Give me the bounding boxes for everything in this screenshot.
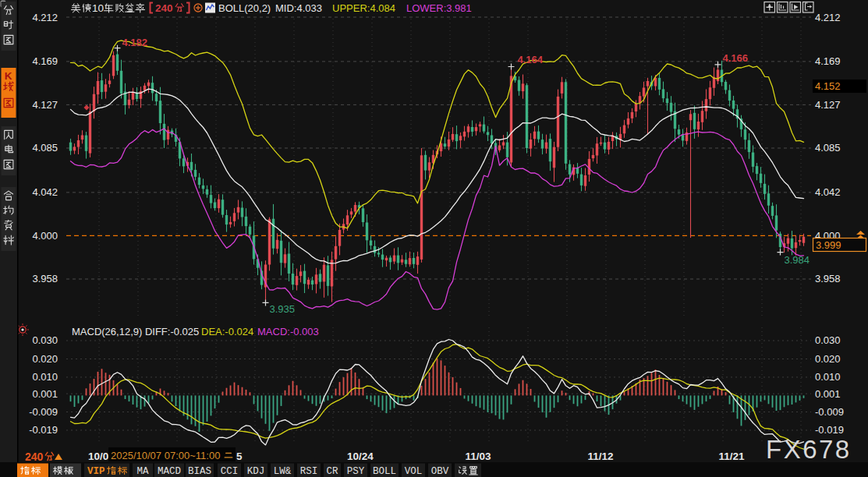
svg-text:4.182: 4.182 — [122, 37, 148, 48]
svg-text:4.169: 4.169 — [815, 55, 841, 67]
svg-text:4.212: 4.212 — [815, 12, 841, 23]
svg-text:0.030: 0.030 — [32, 334, 58, 346]
svg-text:BOLL: BOLL — [373, 466, 396, 477]
svg-text:K: K — [5, 70, 12, 82]
svg-text:4.127: 4.127 — [815, 99, 841, 111]
svg-text:10: 10 — [92, 2, 104, 14]
svg-text:UPPER:4.084: UPPER:4.084 — [332, 2, 395, 14]
svg-text:KDJ: KDJ — [247, 466, 265, 477]
svg-text:0.010: 0.010 — [32, 371, 58, 383]
svg-text:3.958: 3.958 — [32, 273, 58, 284]
svg-text:0.001: 0.001 — [32, 388, 58, 400]
svg-text:PSY: PSY — [347, 466, 365, 477]
svg-text:4.127: 4.127 — [32, 99, 58, 111]
svg-text:LOWER:3.981: LOWER:3.981 — [406, 2, 472, 14]
svg-text:11/03: 11/03 — [465, 450, 491, 462]
svg-text:0.030: 0.030 — [815, 334, 841, 346]
svg-text:11/12: 11/12 — [587, 450, 613, 462]
svg-text:0.001: 0.001 — [815, 388, 841, 400]
svg-text:BIAS: BIAS — [188, 466, 211, 477]
svg-text:-0.009: -0.009 — [29, 406, 58, 418]
svg-text:4.166: 4.166 — [723, 52, 749, 64]
svg-text:3.984: 3.984 — [785, 254, 810, 266]
svg-text:BOLL(20,2): BOLL(20,2) — [218, 2, 271, 14]
svg-text:MID:4.033: MID:4.033 — [275, 2, 322, 14]
svg-text:VIP: VIP — [87, 466, 105, 477]
svg-text:0.020: 0.020 — [815, 353, 841, 365]
svg-text:10/24: 10/24 — [347, 450, 374, 462]
svg-text:240: 240 — [155, 2, 173, 14]
svg-text:5: 5 — [236, 450, 243, 462]
svg-text:3.999: 3.999 — [816, 239, 841, 251]
svg-text:CR: CR — [326, 466, 338, 477]
svg-text:4.085: 4.085 — [32, 142, 58, 154]
svg-text:VOL: VOL — [405, 466, 423, 477]
svg-text:CCI: CCI — [221, 466, 239, 477]
svg-text:4.042: 4.042 — [815, 186, 841, 198]
svg-text:MACD(26,12,9) DIFF:-0.025: MACD(26,12,9) DIFF:-0.025 — [72, 326, 199, 337]
svg-text:0.010: 0.010 — [815, 371, 841, 383]
svg-text:MA: MA — [136, 466, 149, 477]
svg-text:3.935: 3.935 — [270, 303, 296, 315]
svg-text:-0.009: -0.009 — [815, 406, 844, 418]
svg-text:DEA:-0.024: DEA:-0.024 — [201, 326, 253, 337]
svg-text:11/21: 11/21 — [718, 450, 745, 462]
svg-text:-0.019: -0.019 — [29, 424, 58, 436]
svg-text:MACD:-0.003: MACD:-0.003 — [257, 326, 319, 337]
svg-text:4.152: 4.152 — [815, 80, 841, 92]
svg-text:3.958: 3.958 — [815, 273, 841, 284]
svg-text:OBV: OBV — [431, 466, 449, 477]
svg-text:2025/10/07 07:00~11:00: 2025/10/07 07:00~11:00 — [111, 450, 220, 461]
svg-text:4.164: 4.164 — [518, 54, 544, 65]
svg-text:4.000: 4.000 — [32, 230, 58, 242]
svg-text:RSI: RSI — [300, 466, 318, 477]
svg-text:FX678: FX678 — [766, 435, 852, 464]
svg-text:4.212: 4.212 — [32, 12, 58, 23]
svg-text:240: 240 — [25, 450, 44, 463]
svg-text:LW&: LW& — [274, 466, 292, 477]
svg-text:MACD: MACD — [158, 466, 181, 477]
svg-text:4.169: 4.169 — [32, 55, 58, 67]
svg-text:4.085: 4.085 — [815, 142, 841, 154]
svg-text:0.020: 0.020 — [32, 353, 58, 365]
svg-text:4.042: 4.042 — [32, 186, 58, 198]
